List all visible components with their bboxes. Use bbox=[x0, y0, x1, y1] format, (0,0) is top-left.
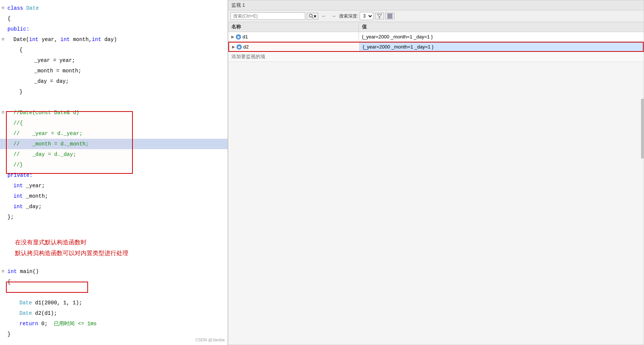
search-icon-btn[interactable]: ▾ bbox=[307, 13, 318, 20]
code-line-13: // _year = d._year; bbox=[0, 128, 228, 139]
svg-line-1 bbox=[312, 17, 314, 19]
back-button[interactable]: ← bbox=[320, 13, 328, 19]
search-icon bbox=[309, 13, 314, 19]
line-text-1: class Date bbox=[6, 3, 228, 13]
code-line-15: // _day = d._day; bbox=[0, 149, 228, 160]
code-line-5: { bbox=[0, 45, 228, 55]
watch-row-d2-value: {_year=2000 _month=1 _day=1 } bbox=[360, 43, 643, 51]
line-text-6: _year = year; bbox=[6, 55, 228, 66]
search-depth-label: 搜索深度: bbox=[339, 13, 358, 19]
add-watch-label: 添加要监视的项 bbox=[231, 53, 265, 60]
code-line-14: // _month = d._month; bbox=[0, 139, 228, 149]
code-line-10 bbox=[0, 97, 228, 107]
line-text-5: { bbox=[6, 45, 228, 55]
col-header-value: 值 bbox=[359, 22, 644, 32]
svg-rect-2 bbox=[388, 14, 390, 16]
watch-table: 名称 值 ▶ ◉ d1 {_year=2000 _month=1 _day=1 … bbox=[228, 22, 644, 345]
watch-panel: 监视 1 ▾ ← → 搜索深度: 3 1 2 4 5 bbox=[228, 0, 644, 345]
watch-toolbar: ▾ ← → 搜索深度: 3 1 2 4 5 bbox=[228, 10, 644, 22]
view-icon-btn[interactable] bbox=[385, 13, 394, 19]
code-line-20: int _day; bbox=[0, 201, 228, 212]
line-text-8: _day = day; bbox=[6, 76, 228, 87]
code-line-25 bbox=[0, 287, 228, 298]
line-text-4: Date(int year, int month,int day) bbox=[6, 34, 228, 45]
annotation-line2: 默认拷贝构造函数可以对内置类型进行处理 bbox=[15, 248, 213, 259]
code-line-11: ⊟ //Date(const Date& d) bbox=[0, 107, 228, 118]
line-text-29: } bbox=[6, 329, 228, 339]
filter-icon bbox=[377, 13, 382, 19]
watch-add-row[interactable]: 添加要监视的项 bbox=[228, 52, 644, 62]
line-text-24: { bbox=[6, 277, 228, 287]
svg-point-0 bbox=[309, 14, 312, 17]
line-text-26: Date d1(2000, 1, 1); bbox=[6, 298, 228, 308]
code-content: ⊟ class Date { public: ⊟ Date(int year, … bbox=[0, 0, 228, 342]
code-line-17: private: bbox=[0, 170, 228, 181]
watch-title-bar: 监视 1 bbox=[228, 0, 644, 10]
depth-select[interactable]: 3 1 2 4 5 bbox=[360, 12, 373, 20]
fold-icon-11[interactable]: ⊟ bbox=[0, 107, 6, 118]
view-icon bbox=[387, 13, 393, 19]
watch-title: 监视 1 bbox=[231, 2, 245, 9]
code-line-6: _year = year; bbox=[0, 55, 228, 66]
obj-icon-d1: ◉ bbox=[236, 34, 241, 40]
code-line-7: _month = month; bbox=[0, 66, 228, 76]
line-text-16: //} bbox=[6, 160, 228, 170]
line-text-21: }; bbox=[6, 212, 228, 222]
d1-label: d1 bbox=[243, 34, 248, 40]
watch-row-d1-value: {_year=2000 _month=1 _day=1 } bbox=[359, 32, 644, 41]
code-line-26: Date d1(2000, 1, 1); bbox=[0, 298, 228, 308]
forward-button[interactable]: → bbox=[329, 13, 338, 19]
watermark: CSDN @Jamba bbox=[196, 338, 225, 342]
line-text-3: public: bbox=[6, 24, 228, 34]
code-line-3: public: bbox=[0, 24, 228, 34]
fold-icon-23[interactable]: ⊟ bbox=[0, 266, 6, 277]
code-line-22 bbox=[0, 222, 228, 233]
line-text-13: // _year = d._year; bbox=[6, 128, 228, 139]
line-text-19: int _month; bbox=[6, 191, 228, 201]
code-line-28: return 0; 已用时间 <= 1ms bbox=[0, 319, 228, 329]
fold-icon-4[interactable]: ⊟ bbox=[0, 34, 6, 45]
code-line-12: //{ bbox=[0, 118, 228, 128]
line-text-9: } bbox=[6, 87, 228, 97]
code-line-24: { bbox=[0, 277, 228, 287]
line-text-14: // _month = d._month; bbox=[6, 139, 228, 149]
line-text-27: Date d2(d1); bbox=[6, 308, 228, 319]
watch-row-d1-name: ▶ ◉ d1 bbox=[228, 32, 359, 41]
watch-row-d2[interactable]: ▶ ◉ d2 {_year=2000 _month=1 _day=1 } bbox=[228, 42, 644, 52]
code-editor: ⊟ class Date { public: ⊟ Date(int year, … bbox=[0, 0, 228, 345]
watch-row-d2-name: ▶ ◉ d2 bbox=[229, 43, 360, 51]
line-text-20: int _day; bbox=[6, 201, 228, 212]
expand-arrow-d2[interactable]: ▶ bbox=[232, 45, 235, 49]
annotation-line1: 在没有显式默认构造函数时 bbox=[15, 237, 213, 248]
code-line-8: _day = day; bbox=[0, 76, 228, 87]
scroll-indicator bbox=[641, 99, 644, 159]
line-text-2: { bbox=[6, 13, 228, 24]
code-line-18: int _year; bbox=[0, 181, 228, 191]
svg-rect-4 bbox=[388, 16, 390, 18]
line-text-11: //Date(const Date& d) bbox=[6, 107, 228, 118]
filter-icon-btn[interactable] bbox=[375, 13, 384, 19]
line-text-17: private: bbox=[6, 170, 228, 181]
right-panel: 监视 1 ▾ ← → 搜索深度: 3 1 2 4 5 bbox=[228, 0, 644, 345]
watch-row-d1[interactable]: ▶ ◉ d1 {_year=2000 _month=1 _day=1 } bbox=[228, 32, 644, 42]
code-line-2: { bbox=[0, 13, 228, 24]
code-line-1: ⊟ class Date bbox=[0, 3, 228, 13]
line-text-12: //{ bbox=[6, 118, 228, 128]
fold-icon-1[interactable]: ⊟ bbox=[0, 3, 6, 13]
search-input[interactable] bbox=[231, 12, 305, 20]
line-text-7: _month = month; bbox=[6, 66, 228, 76]
obj-icon-d2: ◉ bbox=[237, 44, 242, 50]
code-line-16: //} bbox=[0, 160, 228, 170]
code-line-27: Date d2(d1); bbox=[0, 308, 228, 319]
code-line-29: } bbox=[0, 329, 228, 339]
svg-rect-5 bbox=[390, 16, 392, 18]
line-text-23: int main() bbox=[6, 266, 228, 277]
code-line-19: int _month; bbox=[0, 191, 228, 201]
expand-arrow-d1[interactable]: ▶ bbox=[231, 35, 234, 39]
code-line-9: } bbox=[0, 87, 228, 97]
d2-label: d2 bbox=[243, 44, 248, 50]
line-text-28: return 0; 已用时间 <= 1ms bbox=[6, 319, 228, 329]
code-line-21: }; bbox=[0, 212, 228, 222]
code-line-4: ⊟ Date(int year, int month,int day) bbox=[0, 34, 228, 45]
line-text-18: int _year; bbox=[6, 181, 228, 191]
